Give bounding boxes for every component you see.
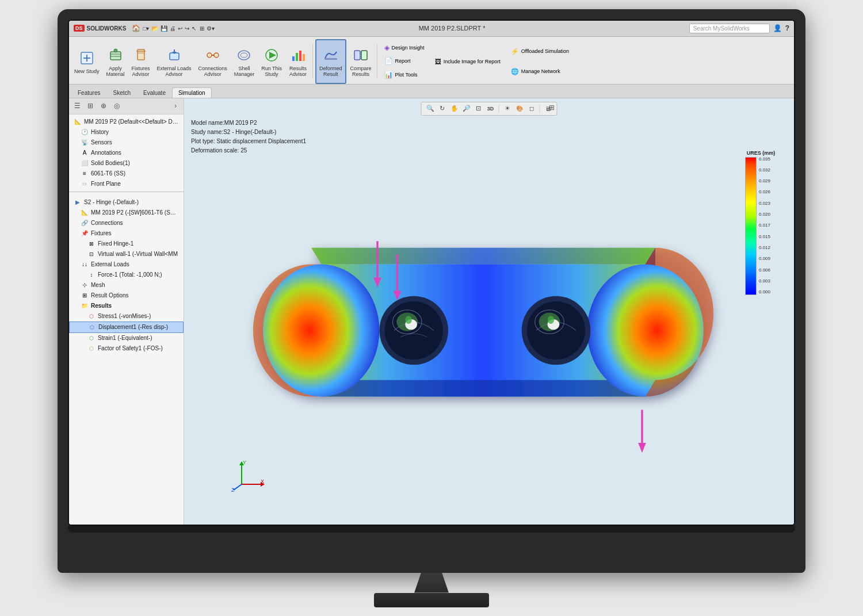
tree-item-force[interactable]: ↕ Force-1 (Total: -1,000 N;) (69, 270, 184, 280)
settings-icon[interactable]: ⚙▾ (207, 25, 215, 32)
tree-item-fos[interactable]: ⬡ Factor of Safety1 (-FOS-) (69, 343, 184, 354)
compare-results-button[interactable]: CompareResults (348, 39, 375, 84)
svg-rect-21 (296, 53, 298, 61)
tab-evaluate[interactable]: Evaluate (137, 87, 172, 98)
tab-features[interactable]: Features (71, 87, 106, 98)
user-icon[interactable]: 👤 (773, 24, 782, 32)
vp-pan-btn[interactable]: ✋ (449, 104, 460, 114)
panel-grid-view-btn[interactable]: ⊞ (85, 100, 96, 112)
shell-manager-icon (235, 46, 253, 64)
apply-material-button[interactable]: ApplyMaterial (104, 39, 128, 84)
vp-color-btn[interactable]: 🎨 (514, 104, 525, 114)
tree-item-fixtures[interactable]: 📌 Fixtures (69, 228, 184, 239)
tree-label-model: MM 2019 P2 (Default<<Default> Disp (84, 118, 179, 125)
open-icon[interactable]: 📂 (151, 25, 158, 32)
vp-sep2 (540, 105, 540, 113)
vp-display-btn[interactable]: ◻ (526, 104, 537, 114)
vp-3d-btn[interactable]: 3D (486, 104, 496, 114)
tree-label-stress: Stress1 (-vonMises-) (98, 313, 151, 319)
virtual-wall-tree-icon: ⊡ (87, 250, 96, 258)
svg-point-36 (405, 316, 412, 324)
manage-network-button[interactable]: 🌐 Manage Network (509, 67, 571, 76)
study-icon: ▶ (74, 198, 82, 206)
material-tree-icon: ≡ (81, 170, 89, 178)
vp-rotate-btn[interactable]: ↻ (437, 104, 448, 114)
tree-item-stress[interactable]: ⬡ Stress1 (-vonMises-) (69, 311, 184, 322)
tree-item-external-loads[interactable]: ↓↓ External Loads (69, 259, 184, 270)
help-icon[interactable]: ? (785, 24, 789, 32)
new-icon[interactable]: □▾ (143, 25, 149, 32)
deformed-result-button[interactable]: DeformedResult (315, 39, 346, 84)
svg-rect-24 (324, 58, 337, 60)
tree-item-connections[interactable]: 🔗 Connections (69, 218, 184, 228)
cursor-icon[interactable]: ↖ (192, 25, 196, 32)
tree-item-study[interactable]: ▶ S2 - Hinge (-Default-) (69, 197, 184, 208)
tree-item-history[interactable]: 🕐 History (69, 127, 184, 137)
tree-item-solid-bodies[interactable]: ⬜ Solid Bodies(1) (69, 158, 184, 169)
tree-item-front-plane[interactable]: ▭ Front Plane (69, 179, 184, 189)
report-button[interactable]: 📄 Report (382, 56, 427, 66)
results-advisor-button[interactable]: ResultsAdvisor (286, 39, 310, 84)
screen-bezel: DS SOLIDWORKS 🏠 □▾ 📂 💾 🖨 ↩ ↪ ↖ ⊞ ⚙▾ MM (68, 20, 795, 526)
print-icon[interactable]: 🖨 (170, 25, 175, 32)
fixed-hinge-icon: ⊠ (87, 240, 96, 248)
run-study-button[interactable]: Run ThisStudy (258, 39, 285, 84)
external-loads-button[interactable]: External LoadsAdvisor (154, 39, 194, 84)
compare-results-icon (352, 46, 370, 64)
title-bar-center: MM 2019 P2.SLDPRT * (215, 25, 689, 32)
undo-icon[interactable]: ↩ (178, 25, 182, 32)
tree-label-history: History (91, 129, 109, 135)
svg-point-42 (548, 316, 555, 324)
search-box[interactable]: Search MySolidWorks (689, 24, 770, 33)
tree-item-part[interactable]: 📐 MM 2019 P2 (-[SW]6061-T6 (SS)-) (69, 208, 184, 218)
vp-zoom-btn[interactable]: 🔎 (461, 104, 472, 114)
new-study-button[interactable]: New Study (71, 39, 102, 84)
solid-bodies-icon: ⬜ (81, 159, 89, 167)
vp-light-btn[interactable]: ☀ (502, 104, 513, 114)
home-icon[interactable]: 🏠 (132, 24, 140, 32)
tree-item-displacement[interactable]: ⬡ Displacement1 (-Res disp-) (69, 322, 184, 333)
tree-item-model[interactable]: 📐 MM 2019 P2 (Default<<Default> Disp (69, 117, 184, 127)
panel-crosshair-btn[interactable]: ⊕ (98, 100, 109, 112)
tree-item-strain[interactable]: ⬡ Strain1 (-Equivalent-) (69, 333, 184, 343)
include-image-label: Include Image for Report (444, 59, 501, 64)
tree-item-fixed-hinge[interactable]: ⊠ Fixed Hinge-1 (69, 239, 184, 249)
part2-icon: 📐 (81, 209, 89, 217)
svg-rect-26 (361, 51, 367, 60)
monitor-bottom-bar (68, 526, 795, 533)
plot-type: Plot type: Static displacement Displacem… (191, 137, 306, 146)
tree-item-virtual-wall[interactable]: ⊡ Virtual wall-1 (-Virtual Wall<MM (69, 249, 184, 259)
save-icon[interactable]: 💾 (161, 25, 167, 32)
sw-logo-text: SOLIDWORKS (87, 25, 127, 32)
shell-manager-button[interactable]: ShellManager (231, 39, 258, 84)
tree-item-result-options[interactable]: ⊞ Result Options (69, 290, 184, 301)
viewport[interactable]: 🔍 ↻ ✋ 🔎 ⊡ 3D ☀ 🎨 ◻ 🖥 ⊞ (184, 98, 794, 525)
panel-list-view-btn[interactable]: ☰ (71, 100, 83, 112)
panel-target-btn[interactable]: ◎ (111, 100, 123, 112)
vp-search-btn[interactable]: 🔍 (425, 104, 436, 114)
vp-expand-btn[interactable]: ⊞ (549, 104, 555, 112)
connections-advisor-button[interactable]: ConnectionsAdvisor (196, 39, 230, 84)
design-insight-button[interactable]: ◈ Design Insight (382, 43, 427, 53)
plot-tools-button[interactable]: 📊 Plot Tools (382, 70, 427, 80)
tree-label-fos: Factor of Safety1 (-FOS-) (98, 345, 163, 351)
tree-item-results[interactable]: 📁 Results (69, 301, 184, 311)
svg-text:X: X (261, 479, 264, 484)
strain-tree-icon: ⬡ (87, 334, 96, 342)
redo-icon[interactable]: ↪ (185, 25, 189, 32)
tab-simulation[interactable]: Simulation (172, 87, 212, 98)
tree-item-mesh[interactable]: ⊹ Mesh (69, 280, 184, 290)
offloaded-sim-button[interactable]: ⚡ Offloaded Simulation (509, 47, 571, 56)
vp-fit-btn[interactable]: ⊡ (473, 104, 484, 114)
tree-label-front-plane: Front Plane (91, 181, 121, 187)
panel-expand-btn[interactable]: › (170, 100, 181, 112)
tree-label-solid-bodies: Solid Bodies(1) (91, 160, 130, 166)
include-image-button[interactable]: 🖼 Include Image for Report (433, 57, 503, 66)
tree-item-material[interactable]: ≡ 6061-T6 (SS) (69, 169, 184, 179)
tree-item-sensors[interactable]: 📡 Sensors (69, 137, 184, 148)
grid-icon[interactable]: ⊞ (200, 25, 204, 32)
tree-item-annotations[interactable]: A Annotations (69, 148, 184, 158)
tab-sketch[interactable]: Sketch (106, 87, 137, 98)
legend-val-4: 0.023 (759, 201, 770, 206)
fixtures-advisor-button[interactable]: FixturesAdvisor (129, 39, 153, 84)
